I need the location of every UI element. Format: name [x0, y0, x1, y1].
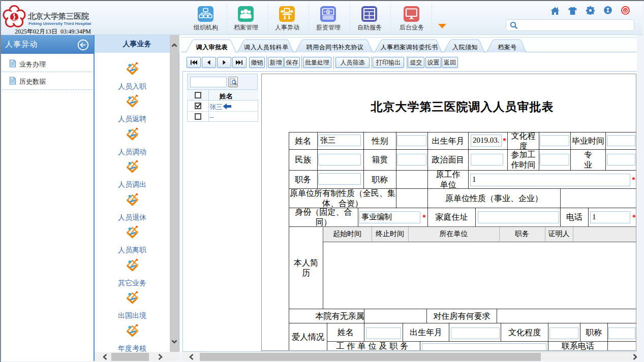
svg-text:调入审批表: 调入审批表	[196, 44, 228, 51]
svg-text:人事档案调转委托书: 人事档案调转委托书	[381, 44, 438, 51]
svg-text:档案号: 档案号	[498, 44, 517, 51]
svg-text:调入人员转科单: 调入人员转科单	[243, 44, 289, 51]
svg-text:入院须知: 入院须知	[452, 44, 478, 51]
svg-text:S: S	[327, 10, 329, 14]
svg-text:聘用合同书补充协议: 聘用合同书补充协议	[306, 44, 364, 51]
